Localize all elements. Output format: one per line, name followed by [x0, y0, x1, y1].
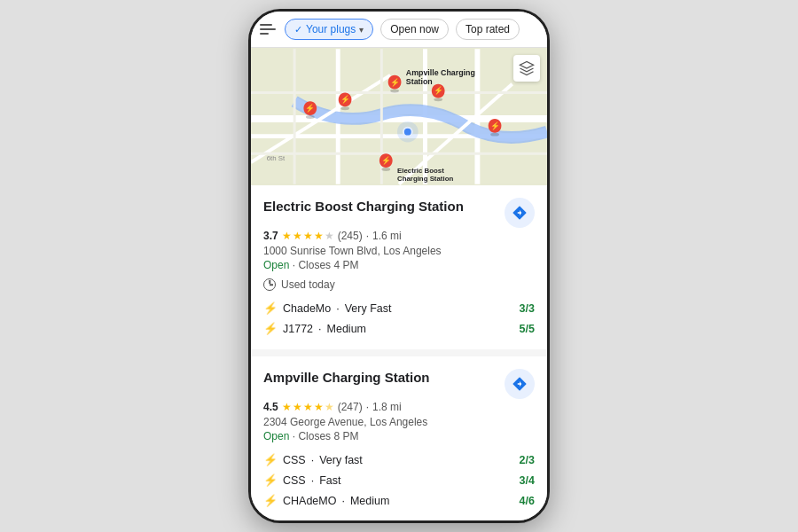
connector-row: ⚡ J1772 · Medium 5/5	[263, 318, 535, 339]
bolt-icon: ⚡	[263, 301, 278, 315]
distance: 1.6 mi	[372, 230, 402, 242]
chip-open-now-label: Open now	[390, 23, 439, 35]
rating-value: 3.7	[263, 230, 278, 242]
connector-list: ⚡ CSS · Very fast 2/3 ⚡ CSS · Fast 3/4	[263, 450, 535, 511]
svg-text:⚡: ⚡	[305, 103, 316, 113]
svg-text:Station: Station	[406, 77, 433, 86]
svg-point-20	[490, 133, 499, 137]
layers-icon	[519, 60, 535, 76]
filter-bar: ✓ Your plugs ▾ Open now Top rated	[251, 12, 547, 48]
svg-point-14	[340, 106, 349, 110]
connector-row: ⚡ CHAdeMO · Medium 4/6	[263, 490, 535, 511]
dot-separator: ·	[366, 230, 369, 242]
phone-frame: ✓ Your plugs ▾ Open now Top rated	[248, 9, 550, 523]
connector-count: 3/4	[520, 474, 535, 487]
svg-point-12	[306, 115, 315, 119]
dot-separator: ·	[366, 401, 369, 413]
directions-button-ampville[interactable]	[505, 369, 535, 399]
card-header: Electric Boost Charging Station	[263, 198, 535, 228]
clock-icon	[263, 278, 276, 291]
map-layers-button[interactable]	[513, 55, 540, 82]
used-today-label: Used today	[281, 278, 335, 291]
dot: ·	[341, 495, 344, 507]
connector-type: CSS	[283, 454, 306, 466]
card-rating: 3.7 ★ ★ ★ ★ ★ (245) · 1.6 mi	[263, 230, 535, 242]
connector-info: ⚡ CSS · Very fast	[263, 453, 363, 466]
distance: 1.8 mi	[372, 401, 402, 413]
connector-speed: Fast	[319, 474, 340, 487]
review-count: (245)	[338, 230, 363, 242]
chip-your-plugs-label: Your plugs	[306, 23, 356, 35]
svg-point-18	[434, 98, 442, 101]
svg-text:⚡: ⚡	[381, 155, 392, 166]
svg-text:6th St: 6th St	[267, 154, 286, 162]
dot: ·	[318, 323, 321, 335]
svg-text:⚡: ⚡	[434, 85, 444, 96]
connector-type: CHAdeMO	[283, 495, 336, 507]
svg-point-25	[397, 121, 419, 143]
open-label: Open	[263, 259, 289, 271]
connector-speed: Medium	[350, 495, 389, 507]
connector-info: ⚡ ChadeMo · Very Fast	[263, 301, 391, 315]
map-svg: ⚡ ⚡ ⚡ ⚡ ⚡	[251, 48, 547, 185]
connector-type: J1772	[283, 323, 313, 335]
connector-speed: Very Fast	[345, 302, 392, 315]
station-address: 1000 Sunrise Town Blvd, Los Angeles	[263, 245, 535, 257]
check-icon: ✓	[294, 24, 302, 35]
svg-text:Charging Station: Charging Station	[397, 175, 453, 183]
stars: ★ ★ ★ ★ ★	[282, 230, 334, 242]
bolt-icon: ⚡	[263, 494, 278, 507]
chip-open-now[interactable]: Open now	[380, 19, 449, 40]
connector-info: ⚡ J1772 · Medium	[263, 322, 366, 335]
dot: ·	[336, 302, 339, 315]
filter-icon[interactable]	[260, 24, 278, 35]
station-card-electric-boost[interactable]: Electric Boost Charging Station 3.7 ★ ★ …	[251, 185, 547, 349]
station-list[interactable]: Electric Boost Charging Station 3.7 ★ ★ …	[251, 185, 547, 520]
directions-icon	[512, 205, 528, 221]
connector-speed: Very fast	[319, 454, 363, 466]
station-name: Electric Boost Charging Station	[263, 198, 497, 215]
card-header: Ampville Charging Station	[263, 369, 535, 399]
connector-type: CSS	[283, 474, 306, 487]
bolt-icon: ⚡	[263, 453, 278, 466]
connector-count: 2/3	[520, 454, 535, 466]
svg-text:Ampville Charging: Ampville Charging	[406, 68, 475, 77]
close-time: · Closes 4 PM	[293, 259, 359, 271]
chevron-down-icon: ▾	[359, 25, 364, 35]
connector-type: ChadeMo	[283, 302, 331, 315]
directions-button-electric-boost[interactable]	[505, 198, 535, 228]
station-name: Ampville Charging Station	[263, 369, 497, 387]
station-card-ampville[interactable]: Ampville Charging Station 4.5 ★ ★ ★ ★ ★	[251, 356, 547, 520]
connector-info: ⚡ CSS · Fast	[263, 473, 341, 487]
svg-point-16	[390, 90, 399, 93]
directions-icon	[512, 376, 528, 392]
station-status: Open · Closes 8 PM	[263, 430, 535, 442]
review-count: (247)	[338, 401, 363, 413]
connector-row: ⚡ ChadeMo · Very Fast 3/3	[263, 298, 535, 318]
used-today-indicator: Used today	[263, 278, 535, 291]
connector-count: 4/6	[520, 495, 535, 507]
map-area[interactable]: ⚡ ⚡ ⚡ ⚡ ⚡	[251, 48, 547, 185]
station-address: 2304 George Avenue, Los Angeles	[263, 416, 535, 428]
chip-top-rated-label: Top rated	[466, 23, 510, 35]
stars: ★ ★ ★ ★ ★	[282, 401, 334, 413]
connector-info: ⚡ CHAdeMO · Medium	[263, 494, 389, 507]
card-rating: 4.5 ★ ★ ★ ★ ★ (247) · 1.8 mi	[263, 401, 535, 413]
connector-row: ⚡ CSS · Fast 3/4	[263, 470, 535, 490]
connector-row: ⚡ CSS · Very fast 2/3	[263, 450, 535, 470]
svg-point-22	[381, 168, 390, 171]
chip-top-rated[interactable]: Top rated	[456, 19, 520, 40]
open-label: Open	[263, 430, 289, 442]
bolt-icon: ⚡	[263, 473, 278, 487]
svg-text:Electric Boost: Electric Boost	[397, 167, 444, 175]
connector-count: 3/3	[520, 302, 535, 315]
rating-value: 4.5	[263, 401, 278, 413]
chip-your-plugs[interactable]: ✓ Your plugs ▾	[285, 19, 373, 40]
svg-text:⚡: ⚡	[340, 94, 351, 105]
svg-text:⚡: ⚡	[490, 121, 501, 131]
dot: ·	[311, 474, 314, 487]
connector-list: ⚡ ChadeMo · Very Fast 3/3 ⚡ J1772 · Medi…	[263, 298, 535, 339]
svg-text:⚡: ⚡	[390, 77, 401, 88]
connector-count: 5/5	[520, 323, 535, 335]
connector-speed: Medium	[327, 323, 366, 335]
